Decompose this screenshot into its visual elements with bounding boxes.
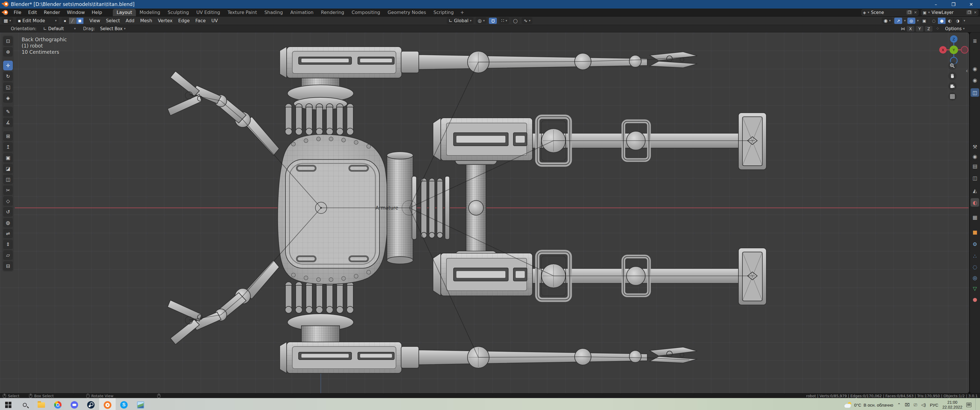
taskbar-chrome[interactable] [49, 398, 66, 410]
tool-loop-cut[interactable]: ◫ [3, 175, 13, 184]
properties-tab-physics[interactable]: ◌ [970, 262, 979, 271]
viewport-canvas[interactable]: Armature Z X Y [0, 32, 969, 393]
action-center-icon[interactable] [966, 403, 972, 407]
show-overlays-toggle[interactable]: ◎ [907, 17, 915, 24]
tool-shear[interactable]: ▱ [3, 250, 13, 260]
restore-button[interactable]: ❐ [945, 0, 963, 8]
tab-texture-paint[interactable]: Texture Paint [224, 9, 261, 16]
menu-select[interactable]: Select [103, 18, 123, 23]
properties-tab-render-top[interactable]: ◉ [970, 64, 979, 73]
menu-window[interactable]: Window [64, 8, 88, 16]
vertex-select-button[interactable]: ▪ [62, 17, 69, 24]
show-desktop-button[interactable] [975, 398, 977, 410]
pan-hand-button[interactable] [948, 72, 957, 80]
snap-settings-dropdown[interactable]: ∷ ▾ [499, 17, 509, 24]
menu-face[interactable]: Face [192, 18, 208, 23]
tab-compositing[interactable]: Compositing [348, 9, 384, 16]
orientation-select[interactable]: ∟ Default ▾ [41, 26, 78, 32]
menu-file[interactable]: File [10, 8, 25, 16]
tab-rendering[interactable]: Rendering [317, 9, 348, 16]
menu-render[interactable]: Render [40, 8, 64, 16]
taskbar-skype[interactable]: S [116, 398, 132, 410]
taskbar-clock[interactable]: 21:00 22.02.2022 [942, 400, 963, 410]
language-indicator[interactable]: РУС [930, 403, 939, 407]
properties-tab-object-data[interactable]: ▽ [970, 284, 979, 293]
menu-mesh[interactable]: Mesh [137, 18, 155, 23]
properties-tab-modifiers[interactable]: ⚙ [970, 240, 979, 248]
new-scene-button[interactable]: ❐ [907, 10, 912, 14]
mirror-y-button[interactable]: Y [916, 26, 923, 32]
new-viewlayer-button[interactable]: ❐ [966, 10, 972, 14]
taskbar-file-explorer[interactable] [33, 398, 49, 410]
taskbar-photos[interactable] [132, 398, 149, 410]
tray-chevron-icon[interactable]: ⌃ [897, 402, 901, 407]
menu-view[interactable]: View [87, 18, 103, 23]
tray-volume-icon[interactable]: ◁) [921, 402, 926, 407]
editor-type-button[interactable]: ▦ ▾ [2, 17, 13, 24]
tab-sculpting[interactable]: Sculpting [164, 9, 192, 16]
expand-outliner-arrow[interactable]: ‹ [966, 67, 968, 74]
taskbar-search-button[interactable] [16, 398, 33, 410]
minimize-button[interactable]: – [927, 0, 945, 8]
transform-orientation-dropdown[interactable]: ∟ Global ▾ [447, 17, 474, 24]
navigation-gizmo[interactable]: Z X Y [939, 35, 968, 64]
tab-animation[interactable]: Animation [286, 9, 317, 16]
chevron-down-icon[interactable]: ▾ [964, 19, 965, 22]
blender-menu-icon[interactable] [3, 10, 8, 15]
tool-select-box[interactable]: ⊡ [3, 36, 13, 46]
falloff-dropdown[interactable]: ∿ ▾ [522, 17, 533, 24]
viewport-3d[interactable]: Armature Z X Y Back Orthographic (1) rob… [0, 32, 969, 393]
properties-tab-render[interactable]: ◉ [970, 152, 979, 161]
taskbar-blender-active[interactable] [99, 398, 116, 410]
tool-rip-region[interactable]: ⊟ [3, 261, 13, 271]
edge-select-button[interactable]: ╱ [69, 17, 76, 24]
rendered-shading-button[interactable]: ◑ [954, 17, 962, 24]
tool-shrink-fatten[interactable]: ⇕ [3, 240, 13, 249]
start-button[interactable] [0, 398, 16, 410]
tab-shading[interactable]: Shading [261, 9, 286, 16]
scene-selector[interactable]: ◈ ▾ Scene ❐ ✕ [861, 10, 918, 16]
menu-add[interactable]: Add [123, 18, 137, 23]
weather-widget[interactable]: 0°C В осн. облачно [845, 402, 893, 408]
wireframe-shading-button[interactable]: ◌ [930, 17, 938, 24]
properties-tab-viewlayer[interactable]: ◫ [970, 174, 979, 182]
camera-view-button[interactable] [948, 82, 957, 91]
properties-tab-constraints[interactable]: ◎ [970, 273, 979, 282]
menu-uv[interactable]: UV [208, 18, 221, 23]
tool-knife[interactable]: ✂ [3, 185, 13, 195]
xray-toggle[interactable]: ▣ [920, 17, 928, 24]
outliner-icon[interactable]: ≣ [970, 37, 979, 45]
viewlayer-selector[interactable]: ▣ ▾ ViewLayer ❐ ✕ [921, 10, 978, 16]
chevron-down-icon[interactable]: ▾ [917, 19, 919, 22]
tool-cursor[interactable]: ⊕ [3, 47, 13, 57]
tool-scale[interactable]: ◱ [3, 82, 13, 92]
properties-tab-output-top[interactable]: ◉ [970, 76, 979, 84]
tool-rotate[interactable]: ↻ [3, 72, 13, 81]
mode-dropdown[interactable]: ▪ Edit Mode ▾ [16, 17, 59, 24]
delete-viewlayer-button[interactable]: ✕ [974, 10, 977, 14]
face-select-button[interactable]: ■ [76, 17, 84, 24]
menu-vertex[interactable]: Vertex [155, 18, 175, 23]
tool-extrude-region[interactable]: ↥ [3, 142, 13, 152]
proportional-editing-toggle[interactable]: ◯ [511, 17, 519, 24]
add-workspace-button[interactable]: + [458, 9, 467, 16]
solid-shading-button[interactable]: ● [938, 17, 946, 24]
tab-modeling[interactable]: Modeling [136, 9, 164, 16]
menu-edge[interactable]: Edge [175, 18, 192, 23]
properties-tab-tool[interactable]: ⚒ [970, 142, 979, 151]
tool-measure[interactable]: ∡ [3, 118, 13, 127]
material-shading-button[interactable]: ◐ [946, 17, 954, 24]
zoom-button[interactable] [948, 62, 957, 70]
tool-inset-faces[interactable]: ▣ [3, 153, 13, 162]
tool-smooth[interactable]: ◍ [3, 218, 13, 227]
properties-tab-output[interactable]: ▤ [970, 162, 979, 170]
drag-select[interactable]: Select Box ▾ [98, 26, 127, 32]
taskbar-steam[interactable] [83, 398, 99, 410]
close-button[interactable]: ✕ [963, 0, 980, 8]
tool-add-cube[interactable]: ⊞ [3, 131, 13, 141]
tool-annotate[interactable]: ✎ [3, 107, 13, 116]
mirror-x-button[interactable]: X [907, 26, 914, 32]
tab-layout[interactable]: Layout [113, 9, 135, 16]
properties-tab-collection[interactable]: ▦ [970, 213, 979, 221]
properties-tab-scene[interactable]: ◭ [970, 186, 979, 195]
